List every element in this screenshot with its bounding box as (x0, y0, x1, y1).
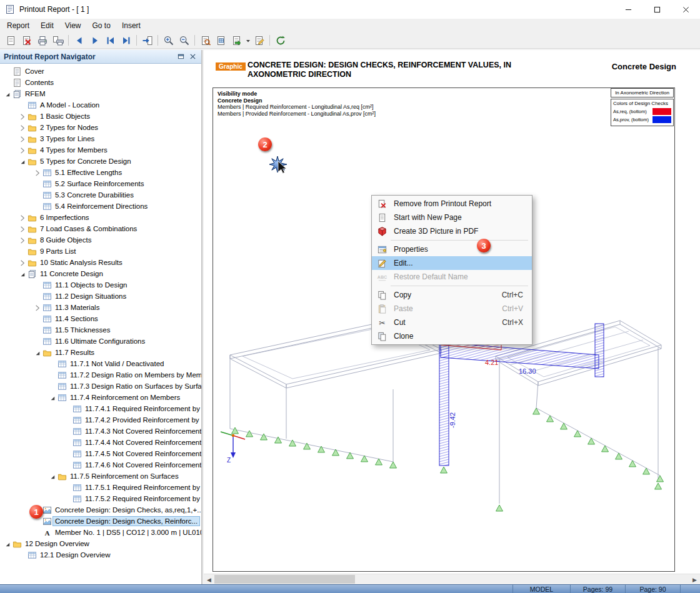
fit-page-button[interactable] (198, 33, 213, 47)
closed-expander-icon[interactable] (18, 122, 28, 132)
closed-expander-icon[interactable] (32, 167, 42, 177)
tree-item[interactable]: 7 Load Cases & Combinations (0, 223, 201, 234)
tree-item-selected[interactable]: Concrete Design: Design Checks, Reinforc… (0, 516, 201, 527)
tree-item[interactable]: 11.7.2 Design Ratio on Members by Member (0, 369, 201, 381)
context-menu-item-start-with-new-page[interactable]: Start with New Page (372, 211, 532, 224)
menu-edit[interactable]: Edit (35, 19, 59, 32)
tree-item[interactable]: 5.2 Surface Reinforcements (0, 178, 201, 189)
closed-expander-icon[interactable] (32, 302, 42, 312)
zoom-out-button[interactable] (176, 33, 192, 47)
context-menu-item-edit[interactable]: Edit... (372, 256, 532, 270)
open-expander-icon[interactable] (18, 269, 28, 279)
tree-item[interactable]: 11.7.4.5 Not Covered Reinforcement ... (0, 448, 201, 459)
tree-item[interactable]: 5.3 Concrete Durabilities (0, 189, 201, 201)
export-button[interactable] (229, 33, 244, 47)
tree-item[interactable]: 11.7.3 Design Ratio on Surfaces by Surfa… (0, 381, 201, 392)
open-expander-icon[interactable] (18, 156, 28, 166)
closed-expander-icon[interactable] (18, 224, 28, 234)
context-menu-item-remove-from-printout-report[interactable]: Remove from Printout Report (372, 197, 532, 211)
tree-item[interactable]: 11.5 Thicknesses (0, 324, 201, 336)
tree-item[interactable]: 11.7.5.1 Required Reinforcement by ... (0, 482, 201, 493)
open-expander-icon[interactable] (48, 392, 58, 402)
delete-pages-button[interactable] (19, 33, 34, 47)
tree-item[interactable]: RFEM (0, 88, 201, 99)
prev-page-button[interactable] (71, 33, 87, 47)
context-menu-item-properties[interactable]: Properties (372, 242, 532, 256)
context-menu-item-paste[interactable]: PasteCtrl+V (372, 302, 532, 316)
menu-view[interactable]: View (59, 19, 87, 32)
closed-expander-icon[interactable] (18, 235, 28, 245)
first-page-button[interactable] (102, 33, 118, 47)
closed-expander-icon[interactable] (18, 257, 28, 267)
scrollbar-thumb[interactable] (214, 575, 355, 584)
tree-item[interactable]: 11.4 Sections (0, 313, 201, 324)
tree-item[interactable]: 5.4 Reinforcement Directions (0, 201, 201, 212)
close-panel-icon[interactable] (188, 52, 198, 62)
refresh-button[interactable] (272, 33, 288, 47)
closed-expander-icon[interactable] (18, 145, 28, 155)
tree-item[interactable]: Cover (0, 66, 201, 77)
tree-item[interactable]: 9 Parts List (0, 246, 201, 257)
tree-item[interactable]: 11.7.4.1 Required Reinforcement by ... (0, 403, 201, 414)
tree-item[interactable]: 11.1 Objects to Design (0, 279, 201, 291)
tree-item[interactable]: Contents (0, 77, 201, 88)
tree-item[interactable]: 5 Types for Concrete Design (0, 156, 201, 167)
open-expander-icon[interactable] (2, 89, 12, 99)
menu-go-to[interactable]: Go to (87, 19, 116, 32)
tree-item[interactable]: A Model - Location (0, 99, 201, 111)
float-panel-icon[interactable] (176, 52, 186, 62)
tree-item[interactable]: 12 Design Overview (0, 538, 201, 549)
tree-item[interactable]: 6 Imperfections (0, 212, 201, 223)
print-selection-button[interactable] (213, 33, 229, 47)
tree-item[interactable]: 11.7.5.2 Required Reinforcement by S... (0, 493, 201, 504)
tree-item[interactable]: 10 Static Analysis Results (0, 257, 201, 268)
tree-item[interactable]: 1 Basic Objects (0, 111, 201, 122)
tree-item[interactable]: 11.7.4.4 Not Covered Reinforcement ... (0, 437, 201, 448)
tree-item[interactable]: 11.7.4.3 Not Covered Reinforcement ... (0, 426, 201, 437)
tree-item[interactable]: 11.7.4.2 Provided Reinforcement by ... (0, 414, 201, 426)
closed-expander-icon[interactable] (18, 134, 28, 144)
tree-item[interactable]: 8 Guide Objects (0, 234, 201, 246)
context-menu-item-clone[interactable]: Clone (372, 329, 532, 343)
last-page-button[interactable] (118, 33, 134, 47)
context-menu-item-restore-default-name[interactable]: ABCRestore Default Name (372, 270, 532, 284)
next-page-button[interactable] (87, 33, 102, 47)
horizontal-scrollbar[interactable]: ◀ ▶ (204, 574, 700, 584)
maximize-button[interactable] (642, 0, 671, 19)
tree-item[interactable]: 11.3 Materials (0, 302, 201, 313)
tree-item[interactable]: AMember No. 1 | DS5 | CO12 | 3.000 m | U… (0, 527, 201, 538)
zoom-in-button[interactable] (161, 33, 176, 47)
context-menu-item-copy[interactable]: CopyCtrl+C (372, 288, 532, 302)
tree-item[interactable]: 11.7.4 Reinforcement on Members (0, 392, 201, 403)
tree-item[interactable]: 11.7.5 Reinforcement on Surfaces (0, 471, 201, 482)
open-expander-icon[interactable] (48, 471, 58, 481)
tree-item[interactable]: 4 Types for Members (0, 144, 201, 156)
tree-item[interactable]: 11.6 Ultimate Configurations (0, 336, 201, 347)
scroll-right-arrow[interactable]: ▶ (689, 574, 700, 584)
tree-item[interactable]: 2 Types for Nodes (0, 122, 201, 133)
tree-item[interactable]: 11.7.4.6 Not Covered Reinforcement ... (0, 459, 201, 471)
tree-item[interactable]: 11.2 Design Situations (0, 291, 201, 302)
context-menu-item-cut[interactable]: ✂CutCtrl+X (372, 316, 532, 329)
tree-item[interactable]: 12.1 Design Overview (0, 549, 201, 561)
report-preview-button[interactable] (3, 33, 19, 47)
open-expander-icon[interactable] (32, 347, 42, 357)
edit-header-button[interactable] (251, 33, 267, 47)
tree-item[interactable]: 5.1 Effective Lengths (0, 167, 201, 178)
scroll-left-arrow[interactable]: ◀ (204, 574, 214, 584)
minimize-button[interactable] (614, 0, 642, 19)
context-menu-item-create-3d-picture-in-pdf[interactable]: Create 3D Picture in PDF (372, 224, 532, 238)
closed-expander-icon[interactable] (18, 111, 28, 121)
goto-print-button[interactable] (139, 33, 155, 47)
export-caret-button[interactable] (244, 33, 251, 47)
tree-item[interactable]: 3 Types for Lines (0, 133, 201, 144)
close-button[interactable] (671, 0, 700, 19)
tree-item[interactable]: 11.7.1 Not Valid / Deactivated (0, 358, 201, 369)
closed-expander-icon[interactable] (18, 212, 28, 222)
print-batch-button[interactable] (50, 33, 66, 47)
open-expander-icon[interactable] (2, 539, 12, 549)
tree-item[interactable]: 11.7 Results (0, 347, 201, 358)
tree-item[interactable]: 11 Concrete Design (0, 268, 201, 279)
menu-insert[interactable]: Insert (116, 19, 146, 32)
menu-report[interactable]: Report (1, 19, 35, 32)
